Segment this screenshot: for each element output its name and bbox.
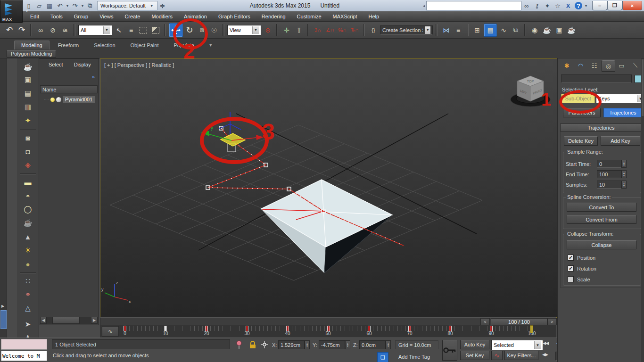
perspective-viewport[interactable]: y TOP LEFT FRONT z x y [ + ] [ Perspecti… bbox=[100, 58, 557, 318]
samples-field[interactable]: 10 bbox=[597, 181, 621, 189]
redo-button[interactable]: ↷ bbox=[16, 24, 27, 37]
start-time-field[interactable]: 0 bbox=[597, 160, 621, 168]
trajectories-rollout-header[interactable]: − Trajectories bbox=[560, 123, 642, 132]
restore-button[interactable]: ❐ bbox=[607, 1, 622, 10]
animation-key-40[interactable] bbox=[286, 326, 289, 331]
search-flyout-icon[interactable]: ◂ bbox=[421, 4, 426, 8]
menu-help[interactable]: Help bbox=[363, 11, 385, 22]
spotlight-cone-icon[interactable]: ▲ bbox=[21, 231, 35, 242]
animation-key-20[interactable] bbox=[205, 326, 208, 331]
minimize-button[interactable]: – bbox=[592, 1, 607, 10]
ribbon-tab-modeling[interactable]: Modeling bbox=[14, 41, 50, 49]
maxscript-listener[interactable]: Welcome to M bbox=[1, 351, 47, 361]
exchange-icon[interactable]: X bbox=[563, 1, 573, 10]
mini-curve-editor-button[interactable]: ∿ bbox=[102, 326, 119, 337]
expand-tray-icon[interactable]: ▶ bbox=[1, 304, 4, 308]
motion-tab-icon[interactable]: ◎ bbox=[602, 60, 615, 72]
edit-named-selections-button[interactable]: {} bbox=[368, 24, 379, 37]
angle-snap-button[interactable]: ∠∩ bbox=[324, 24, 336, 37]
selection-lock-icon[interactable] bbox=[249, 340, 256, 349]
binoculars-search-icon[interactable]: ∞ bbox=[521, 1, 532, 10]
ribbon-tab-freeform[interactable]: Freeform bbox=[51, 41, 86, 49]
key-filters-button[interactable]: Key Filters... bbox=[504, 351, 538, 360]
menu-create[interactable]: Create bbox=[119, 11, 146, 22]
rendered-frame-window-button[interactable]: ▣ bbox=[553, 24, 565, 37]
ribbon-tab-selection[interactable]: Selection bbox=[87, 41, 122, 49]
ribbon-tab-populate[interactable]: Populate bbox=[167, 41, 200, 49]
select-by-name-button[interactable]: ≡ bbox=[125, 24, 137, 37]
animation-key-10-selected[interactable] bbox=[164, 326, 167, 331]
viewport-canvas[interactable]: y TOP LEFT FRONT z x y [ + ] [ Perspecti… bbox=[100, 59, 557, 317]
toolbar-overflow-icon[interactable]: ≑ bbox=[157, 1, 168, 10]
transform-typein-icon[interactable] bbox=[260, 340, 269, 349]
select-and-link-button[interactable]: ∞ bbox=[35, 24, 46, 37]
trajectories-button[interactable]: Trajectories bbox=[603, 108, 642, 117]
named-selection-dropdown[interactable]: Create Selection Se ▼ bbox=[380, 25, 433, 35]
render-setup-button[interactable]: ☕ bbox=[541, 24, 553, 37]
menu-maxscript[interactable]: MAXScript bbox=[327, 11, 363, 22]
unlink-selection-button[interactable]: ⊘ bbox=[47, 24, 58, 37]
time-slider-bar[interactable]: < 100 / 100 > bbox=[100, 317, 556, 325]
max-logo[interactable]: MAX ▾ bbox=[0, 0, 23, 23]
animation-key-70[interactable] bbox=[408, 326, 411, 331]
next-frame-arrow[interactable]: > bbox=[547, 318, 557, 325]
select-and-manipulate-button[interactable]: ☉ bbox=[208, 24, 220, 37]
crane-tower-icon[interactable]: △ bbox=[21, 303, 35, 314]
select-object-button[interactable]: ↖ bbox=[113, 24, 124, 37]
menu-modifiers[interactable]: Modifiers bbox=[146, 11, 178, 22]
scene-explorer-hscrollbar[interactable]: ◀ ▶ bbox=[40, 317, 98, 324]
render-production-button[interactable]: ☕ bbox=[566, 24, 577, 37]
visibility-bulb-icon[interactable] bbox=[50, 98, 55, 102]
rectangular-selection-region-button[interactable] bbox=[138, 24, 149, 37]
add-key-button[interactable]: Add Key bbox=[601, 136, 640, 146]
scene-explorer-select-menu[interactable]: Select bbox=[44, 59, 68, 70]
isolate-selection-pin-icon[interactable] bbox=[236, 340, 242, 350]
key-mode-toggle[interactable]: ◀▶ bbox=[542, 352, 548, 362]
curve-editor-button[interactable]: ∿ bbox=[498, 24, 509, 37]
selection-filter-dropdown[interactable]: All ▼ bbox=[78, 25, 112, 35]
percent-snap-button[interactable]: %∩ bbox=[337, 24, 348, 37]
select-arrow-icon[interactable]: ➤ bbox=[21, 319, 35, 330]
keyboard-override-button[interactable]: ⇧ bbox=[293, 24, 305, 37]
name-column-header[interactable]: Name bbox=[40, 85, 98, 93]
create-tab-icon[interactable]: ✱ bbox=[561, 60, 573, 71]
adaptive-degradation-toggle[interactable]: ❏ bbox=[377, 352, 388, 362]
window-crossing-button[interactable] bbox=[150, 24, 161, 37]
undo-caret-icon[interactable]: ▾ bbox=[65, 4, 70, 8]
select-and-scale-button[interactable]: ⧈ bbox=[196, 24, 207, 37]
animation-key-50[interactable] bbox=[327, 326, 330, 331]
camera-film-icon[interactable]: ◙ bbox=[21, 132, 35, 143]
scene-object-row[interactable]: ···· Pyramid001 bbox=[40, 95, 98, 104]
use-pivot-center-button[interactable]: ⊛ bbox=[262, 24, 273, 37]
spinner-snap-button[interactable]: ⇅∩ bbox=[349, 24, 360, 37]
ribbon-config-dropdown-icon[interactable]: ▾ bbox=[203, 41, 219, 49]
scene-object-name[interactable]: Pyramid001 bbox=[63, 96, 95, 103]
previous-frame-arrow[interactable]: < bbox=[480, 318, 490, 325]
command-panel-scrollbar[interactable] bbox=[641, 58, 644, 362]
wireframe-teapot-icon[interactable]: ☕ bbox=[21, 217, 35, 229]
mirror-button[interactable]: ⋈ bbox=[440, 24, 452, 37]
track-bar[interactable]: ∿ 0 10 20 30 40 50 60 70 80 90 100 bbox=[100, 325, 556, 338]
scroll-left-icon[interactable]: ◀ bbox=[40, 317, 47, 324]
menu-group[interactable]: Group bbox=[68, 11, 94, 22]
plane-light-icon[interactable]: ▬ bbox=[21, 176, 35, 188]
rotation-checkbox[interactable]: ✓ bbox=[568, 265, 574, 272]
undo-button[interactable]: ↶ bbox=[4, 24, 15, 37]
disc-light-icon[interactable]: ◯ bbox=[21, 204, 35, 215]
communication-center-icon[interactable]: ✦ bbox=[542, 1, 553, 10]
animation-key-0[interactable] bbox=[124, 326, 126, 331]
time-slider-handle[interactable]: 100 / 100 bbox=[491, 318, 547, 325]
render-setup-dialog-icon[interactable]: ▤ bbox=[21, 88, 35, 99]
macro-recorder-pane[interactable] bbox=[1, 339, 47, 350]
z-coord-spinner[interactable]: ▲▼ bbox=[386, 340, 391, 349]
end-time-field[interactable]: 100 bbox=[597, 170, 621, 178]
delete-key-button[interactable]: Delete Key bbox=[564, 136, 598, 146]
sub-object-level-dropdown[interactable]: Keys ▼ bbox=[596, 94, 644, 103]
select-and-rotate-button[interactable]: ↻ bbox=[184, 24, 195, 37]
help-icon[interactable]: ? bbox=[575, 2, 582, 9]
animation-key-90[interactable] bbox=[490, 326, 493, 331]
x-coord-spinner[interactable]: ▲▼ bbox=[305, 340, 310, 349]
scene-explorer-display-menu[interactable]: Display bbox=[69, 59, 96, 70]
key-login-icon[interactable]: ⚷ bbox=[532, 1, 542, 10]
x-coord-field[interactable]: 1.529cm bbox=[278, 340, 305, 349]
